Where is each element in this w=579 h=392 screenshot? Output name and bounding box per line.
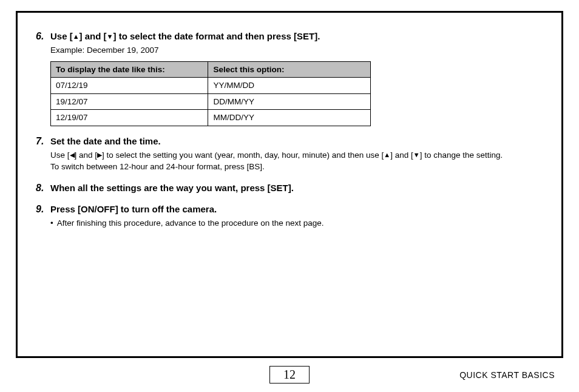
table-row: 07/12/19 YY/MM/DD	[51, 78, 371, 94]
step-6: 6. Use [▲] and [▼] to select the date fo…	[36, 30, 543, 126]
step-7: 7. Set the date and the time. Use [◀] an…	[36, 135, 543, 173]
table-row: 19/12/07 DD/MM/YY	[51, 93, 371, 110]
table-row: 12/19/07 MM/DD/YY	[51, 110, 371, 126]
bullet-icon: •	[50, 217, 53, 229]
step-8-title: When all the settings are the way you wa…	[50, 181, 294, 194]
step-9: 9. Press [ON/OFF] to turn off the camera…	[36, 203, 543, 229]
step-6-example: Example: December 19, 2007	[50, 44, 543, 56]
table-header-display: To display the date like this:	[51, 61, 208, 78]
step-7-title: Set the date and the time.	[50, 135, 161, 147]
page-number: 12	[269, 366, 310, 384]
down-icon: ▼	[413, 151, 420, 158]
step-7-line2: To switch between 12-hour and 24-hour fo…	[50, 161, 543, 173]
up-icon: ▲	[73, 33, 80, 40]
step-8-number: 8.	[36, 183, 50, 194]
step-9-number: 9.	[36, 204, 50, 215]
left-icon: ◀	[70, 151, 75, 158]
date-format-table: To display the date like this: Select th…	[50, 61, 371, 126]
page-footer: 12 QUICK START BASICS	[0, 362, 579, 384]
step-8: 8. When all the settings are the way you…	[36, 181, 543, 194]
step-7-line1: Use [◀] and [▶] to select the setting yo…	[50, 149, 543, 161]
down-icon: ▼	[107, 33, 113, 40]
section-label: QUICK START BASICS	[459, 370, 555, 380]
up-icon: ▲	[384, 151, 390, 158]
step-7-number: 7.	[36, 136, 50, 147]
step-6-title: Use [▲] and [▼] to select the date forma…	[50, 30, 320, 42]
step-9-title: Press [ON/OFF] to turn off the camera.	[50, 203, 217, 215]
step-9-bullet: • After finishing this procedure, advanc…	[50, 217, 543, 229]
right-icon: ▶	[97, 151, 102, 158]
page-frame: 6. Use [▲] and [▼] to select the date fo…	[16, 11, 563, 358]
table-header-option: Select this option:	[208, 61, 371, 78]
step-6-number: 6.	[36, 31, 50, 42]
